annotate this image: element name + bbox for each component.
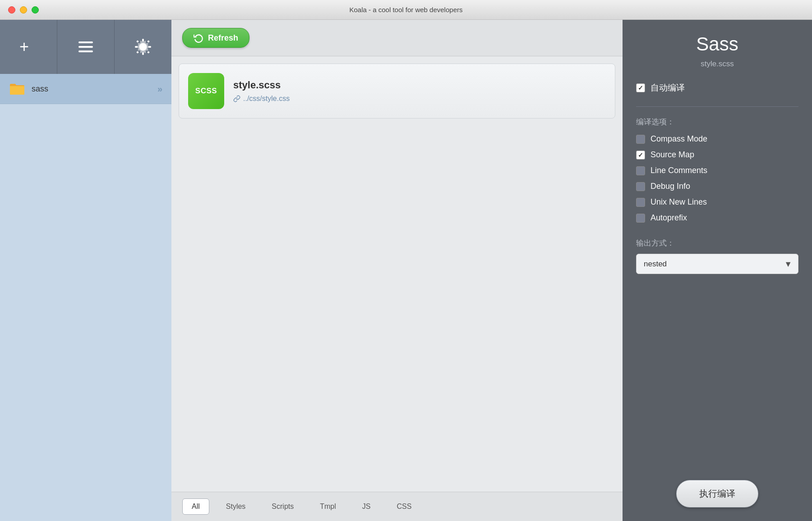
refresh-button[interactable]: Refresh (182, 28, 249, 48)
app-body: + (0, 20, 812, 521)
output-select[interactable]: nested expanded compact compressed (636, 254, 798, 274)
expand-icon: » (157, 84, 162, 94)
sidebar-item-sass[interactable]: sass » (0, 74, 171, 104)
option-compass-mode: Compass Mode (636, 134, 798, 144)
svg-rect-12 (147, 40, 150, 43)
list-button[interactable] (57, 20, 115, 74)
option-autoprefix: Autoprefix (636, 213, 798, 223)
autoprefix-checkbox[interactable] (636, 214, 645, 223)
right-panel: Sass style.scss 自动编译 编译选项： Compass Mode … (623, 20, 812, 521)
svg-rect-8 (142, 52, 144, 55)
settings-button[interactable] (115, 20, 171, 74)
filter-tab-scripts[interactable]: Scripts (262, 498, 303, 515)
filter-tab-js[interactable]: JS (353, 498, 380, 515)
svg-rect-9 (135, 46, 138, 48)
file-name: style.scss (233, 79, 606, 91)
file-item[interactable]: SCSS style.scss ../css/style.css (179, 64, 615, 119)
compile-button[interactable]: 执行编译 (676, 480, 758, 507)
traffic-lights (8, 6, 39, 14)
folder-icon (9, 82, 25, 96)
link-icon (233, 95, 240, 102)
filter-tab-all[interactable]: All (182, 498, 209, 515)
autoprefix-label: Autoprefix (651, 213, 687, 223)
divider (636, 106, 798, 107)
section-label: 编译选项： (636, 117, 798, 127)
maximize-button[interactable] (32, 6, 39, 14)
minimize-button[interactable] (20, 6, 27, 14)
svg-rect-11 (136, 40, 139, 43)
add-project-button[interactable]: + (0, 20, 57, 74)
auto-compile-row: 自动编译 (636, 82, 798, 94)
refresh-icon (194, 33, 203, 43)
option-source-map: Source Map (636, 150, 798, 160)
unix-new-lines-checkbox[interactable] (636, 198, 645, 207)
auto-compile-label: 自动编译 (651, 82, 685, 94)
option-unix-new-lines: Unix New Lines (636, 197, 798, 207)
svg-rect-7 (142, 39, 144, 41)
svg-rect-1 (78, 41, 93, 43)
file-path: ../css/style.css (233, 95, 606, 103)
debug-info-label: Debug Info (651, 182, 690, 191)
svg-rect-13 (136, 51, 139, 54)
output-label: 输出方式： (636, 238, 798, 248)
auto-compile-checkbox[interactable] (636, 83, 645, 92)
panel-title: Sass (636, 33, 798, 55)
filter-tab-styles[interactable]: Styles (217, 498, 255, 515)
svg-rect-2 (78, 46, 93, 48)
compass-mode-label: Compass Mode (651, 134, 707, 144)
file-info: style.scss ../css/style.css (233, 79, 606, 103)
source-map-label: Source Map (651, 150, 694, 160)
filter-tabs: All Styles Scripts Tmpl JS CSS (171, 492, 623, 521)
svg-rect-10 (148, 46, 151, 48)
toolbar: + (0, 20, 171, 74)
close-button[interactable] (8, 6, 15, 14)
window-title: Koala - a cool tool for web developers (350, 6, 463, 14)
svg-rect-14 (147, 51, 150, 54)
source-map-checkbox[interactable] (636, 151, 645, 160)
sidebar: + (0, 20, 171, 521)
debug-info-checkbox[interactable] (636, 182, 645, 191)
svg-point-6 (142, 46, 144, 48)
filter-tab-css[interactable]: CSS (388, 498, 421, 515)
option-line-comments: Line Comments (636, 166, 798, 175)
unix-new-lines-label: Unix New Lines (651, 197, 707, 207)
project-name: sass (32, 84, 157, 94)
scss-badge: SCSS (188, 73, 224, 109)
output-select-wrapper: nested expanded compact compressed ▼ (636, 254, 798, 274)
filter-tab-tmpl[interactable]: Tmpl (310, 498, 346, 515)
main-content: Refresh SCSS style.scss ../css/style.css (171, 20, 623, 521)
project-list: sass » (0, 74, 171, 521)
main-toolbar: Refresh (171, 20, 623, 56)
svg-rect-3 (78, 50, 93, 52)
panel-subtitle: style.scss (636, 59, 798, 69)
option-debug-info: Debug Info (636, 182, 798, 191)
line-comments-label: Line Comments (651, 166, 707, 175)
line-comments-checkbox[interactable] (636, 166, 645, 175)
svg-text:+: + (19, 38, 29, 56)
title-bar: Koala - a cool tool for web developers (0, 0, 812, 20)
file-list: SCSS style.scss ../css/style.css (171, 56, 623, 492)
compass-mode-checkbox[interactable] (636, 135, 645, 144)
